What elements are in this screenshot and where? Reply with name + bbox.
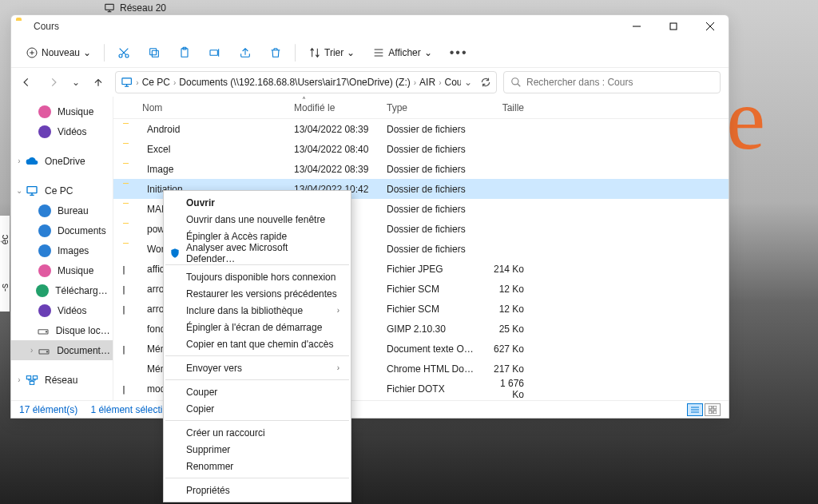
file-modified: 13/04/2022 08:39: [284, 164, 377, 175]
more-button[interactable]: •••: [445, 42, 473, 63]
sidebar-item[interactable]: ›Vidéos: [11, 121, 113, 141]
minimize-button[interactable]: [618, 15, 655, 38]
back-button[interactable]: [16, 72, 37, 93]
context-menu[interactable]: OuvrirOuvrir dans une nouvelle fenêtreÉp…: [163, 190, 351, 502]
delete-button[interactable]: [264, 43, 287, 62]
breadcrumb[interactable]: Cours: [444, 77, 461, 88]
menu-item[interactable]: Supprimer: [164, 441, 351, 458]
separator: [165, 264, 349, 265]
sidebar-item-label: OneDrive: [45, 156, 85, 167]
menu-item[interactable]: Créer un raccourci: [164, 424, 351, 441]
search-input[interactable]: [526, 77, 713, 88]
window-title: Cours: [34, 21, 618, 32]
menu-item[interactable]: Épingler à l'écran de démarrage: [164, 319, 351, 335]
sort-icon: [308, 46, 321, 59]
caret-icon[interactable]: ›: [14, 157, 24, 165]
menu-item[interactable]: Copier en tant que chemin d'accès: [164, 335, 351, 352]
recent-button[interactable]: ⌄: [70, 72, 81, 93]
menu-item[interactable]: Ouvrir: [164, 194, 351, 211]
sidebar-item[interactable]: ›Bureau: [11, 200, 113, 220]
sidebar-item[interactable]: ›Téléchargements: [11, 280, 113, 300]
chevron-right-icon[interactable]: ›: [414, 78, 416, 87]
sidebar-item[interactable]: ›OneDrive: [11, 151, 113, 171]
chevron-down-icon: ⌄: [72, 77, 80, 88]
chevron-down-icon[interactable]: ⌄: [464, 77, 472, 88]
col-size[interactable]: Taille: [476, 102, 532, 113]
menu-item[interactable]: Renommer: [164, 458, 351, 474]
search-box[interactable]: [503, 71, 721, 93]
background-window-tab[interactable]: Réseau 20: [104, 0, 166, 16]
svg-rect-0: [105, 4, 114, 10]
caret-icon[interactable]: ›: [27, 346, 36, 355]
sidebar-item[interactable]: ›Images: [11, 240, 113, 260]
sidebar-item[interactable]: ⌄Ce PC: [11, 181, 113, 200]
sidebar-item[interactable]: ›Disque local (C:): [11, 320, 113, 340]
file-type: GIMP 2.10.30: [377, 323, 476, 335]
file-name: Excel: [147, 144, 170, 155]
menu-item[interactable]: Inclure dans la bibliothèque›: [164, 302, 351, 319]
forward-button[interactable]: [43, 72, 64, 93]
close-button[interactable]: [692, 15, 729, 38]
rename-button[interactable]: [204, 43, 226, 62]
cut-button[interactable]: [113, 43, 135, 62]
caret-icon[interactable]: ⌄: [14, 186, 24, 195]
menu-item[interactable]: Couper: [164, 383, 351, 400]
table-row[interactable]: Excel13/04/2022 08:40Dossier de fichiers: [113, 139, 729, 159]
menu-item-label: Couper: [186, 387, 217, 398]
title-bar[interactable]: Cours: [11, 15, 729, 38]
clipboard-icon: [178, 46, 191, 59]
menu-item[interactable]: Propriétés: [164, 482, 351, 498]
sort-button[interactable]: Trier ⌄: [304, 43, 359, 62]
icons-view-button[interactable]: [705, 403, 721, 416]
sidebar-item[interactable]: ›Documents: [11, 220, 113, 240]
menu-item-label: Ouvrir dans une nouvelle fenêtre: [186, 214, 325, 225]
new-button[interactable]: Nouveau ⌄: [21, 43, 96, 62]
chevron-down-icon: ⌄: [424, 47, 432, 58]
breadcrumb[interactable]: Ce PC: [142, 77, 170, 88]
search-icon: [510, 77, 522, 88]
sort-button-label: Trier: [324, 47, 343, 58]
col-name[interactable]: Nom: [113, 102, 284, 113]
col-type[interactable]: Type: [377, 102, 476, 113]
copy-button[interactable]: [143, 43, 165, 62]
paste-button[interactable]: [173, 43, 196, 62]
sidebar-item[interactable]: ›Documents (\\: [11, 340, 113, 360]
sidebar-item-label: Bureau: [58, 205, 89, 216]
refresh-icon[interactable]: [480, 77, 491, 88]
breadcrumb[interactable]: AIR: [419, 77, 435, 88]
menu-item[interactable]: Envoyer vers›: [164, 359, 351, 376]
caret-icon[interactable]: ›: [14, 375, 24, 384]
menu-item[interactable]: Toujours disponible hors connexion: [164, 268, 351, 285]
col-modified[interactable]: Modifié le: [284, 102, 377, 113]
separator: [165, 478, 349, 478]
menu-item-label: Propriétés: [186, 485, 230, 496]
up-button[interactable]: [88, 72, 109, 93]
address-bar[interactable]: › Ce PC›Documents (\\192.168.68.8\Users\…: [115, 71, 497, 93]
sidebar[interactable]: ›Musique›Vidéos›OneDrive⌄Ce PC›Bureau›Do…: [11, 97, 113, 400]
col-name-label: Nom: [123, 102, 162, 113]
sidebar-item-label: Documents (\\: [57, 345, 113, 356]
column-headers[interactable]: Nom ˄ Modifié le Type Taille: [113, 97, 729, 119]
monitor-icon: [104, 2, 115, 14]
svg-point-11: [512, 78, 518, 85]
chevron-right-icon[interactable]: ›: [439, 78, 441, 87]
menu-item[interactable]: Restaurer les versions précédentes: [164, 285, 351, 302]
table-row[interactable]: Android13/04/2022 08:39Dossier de fichie…: [113, 119, 729, 139]
sidebar-item[interactable]: ›Musique: [11, 260, 113, 280]
breadcrumb[interactable]: Documents (\\192.168.68.8\Users\air17\On…: [179, 77, 410, 88]
sidebar-item[interactable]: ›Réseau: [11, 370, 113, 390]
sidebar-item[interactable]: ›Musique: [11, 101, 113, 121]
details-view-button[interactable]: [687, 403, 703, 416]
menu-item[interactable]: Copier: [164, 400, 351, 417]
file-icon: [123, 203, 136, 216]
chevron-right-icon[interactable]: ›: [173, 78, 176, 87]
menu-item[interactable]: Analyser avec Microsoft Defender…: [164, 244, 351, 261]
maximize-button[interactable]: [655, 15, 692, 38]
share-button[interactable]: [234, 43, 256, 62]
separator: [295, 44, 296, 62]
menu-item[interactable]: Ouvrir dans une nouvelle fenêtre: [164, 211, 351, 228]
sidebar-item[interactable]: ›Vidéos: [11, 300, 113, 320]
menu-item-label: Épingler à Accès rapide: [186, 231, 287, 242]
view-button[interactable]: Afficher ⌄: [367, 43, 436, 62]
table-row[interactable]: Image13/04/2022 08:39Dossier de fichiers: [113, 159, 729, 179]
